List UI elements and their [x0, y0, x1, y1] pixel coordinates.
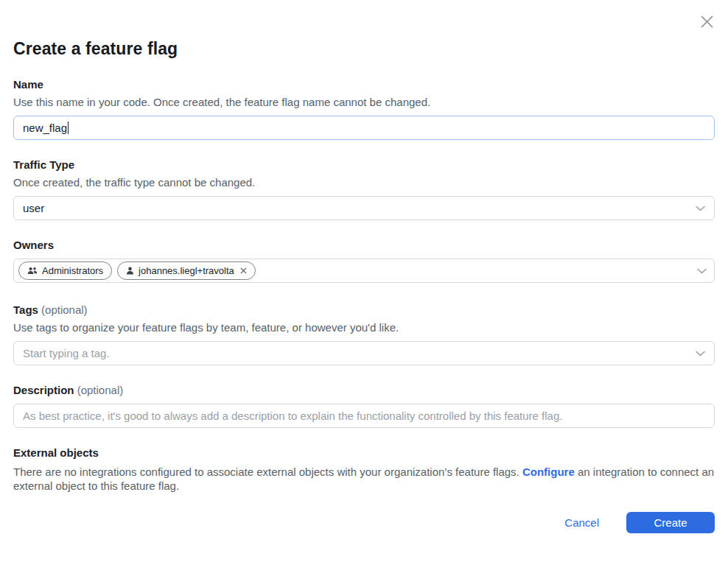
tags-optional-suffix: (optional) [41, 303, 88, 316]
dialog-footer: Cancel Create [564, 512, 715, 533]
tags-label: Tags [13, 303, 38, 316]
name-field-group: Name Use this name in your code. Once cr… [13, 78, 715, 140]
group-icon [27, 267, 38, 275]
tags-field-group: Tags (optional) Use tags to organize you… [13, 303, 715, 365]
owner-chip-user[interactable]: johannes.liegl+travolta [117, 261, 256, 280]
owner-chip-label: Administrators [42, 265, 103, 276]
create-button[interactable]: Create [626, 512, 715, 533]
create-feature-flag-dialog: Create a feature flag Name Use this name… [0, 0, 728, 562]
owners-label: Owners [13, 239, 715, 251]
traffic-type-field-group: Traffic Type Once created, the traffic t… [13, 158, 715, 220]
name-label: Name [13, 78, 715, 91]
close-icon [699, 14, 715, 29]
external-objects-label: External objects [13, 446, 715, 459]
cancel-button[interactable]: Cancel [564, 516, 599, 529]
chevron-down-icon [696, 351, 705, 356]
description-input[interactable] [13, 404, 715, 428]
name-input[interactable]: new_flag [13, 116, 715, 140]
tags-placeholder: Start typing a tag. [23, 347, 110, 359]
traffic-type-description: Once created, the traffic type cannot be… [13, 176, 715, 189]
text-cursor [68, 122, 69, 134]
owner-chip-administrators[interactable]: Administrators [18, 261, 112, 280]
configure-link[interactable]: Configure [522, 466, 575, 478]
name-input-value: new_flag [23, 122, 67, 134]
external-objects-section: External objects There are no integratio… [13, 446, 715, 493]
owners-select[interactable]: Administrators johannes.liegl+travolta [13, 259, 715, 283]
traffic-type-label: Traffic Type [13, 158, 715, 171]
traffic-type-select[interactable]: user [13, 196, 715, 220]
owners-field-group: Owners Administrators [13, 239, 715, 283]
chevron-down-icon [696, 206, 705, 211]
tags-description: Use tags to organize your feature flags … [13, 321, 715, 334]
remove-owner-icon[interactable] [240, 267, 247, 274]
external-objects-text: There are no integrations configured to … [13, 466, 715, 493]
page-title: Create a feature flag [13, 0, 715, 59]
traffic-type-value: user [23, 202, 44, 214]
chevron-down-icon [697, 268, 707, 274]
person-icon [126, 267, 134, 275]
tags-input[interactable]: Start typing a tag. [13, 341, 715, 365]
description-field-group: Description (optional) [13, 384, 715, 428]
name-description: Use this name in your code. Once created… [13, 96, 715, 108]
owner-chip-label: johannes.liegl+travolta [139, 265, 234, 276]
close-button[interactable] [697, 12, 716, 31]
description-optional-suffix: (optional) [77, 384, 124, 396]
external-objects-text-before: There are no integrations configured to … [13, 466, 522, 478]
description-label: Description [13, 384, 74, 396]
